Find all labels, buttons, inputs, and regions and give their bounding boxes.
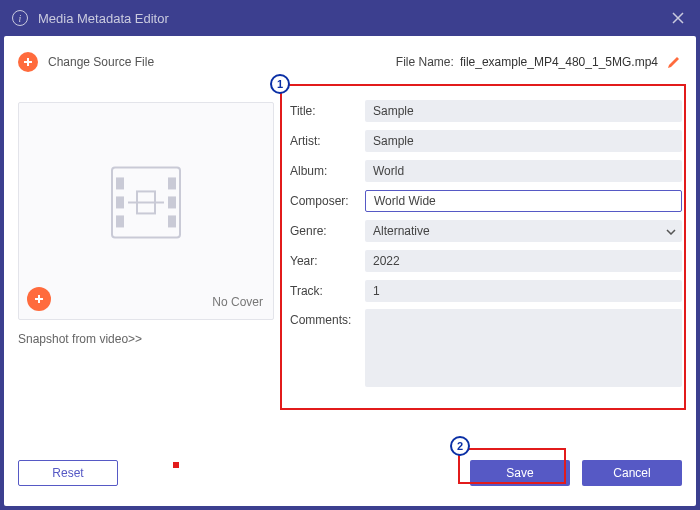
- video-placeholder-icon: [104, 163, 188, 245]
- track-label: Track:: [290, 284, 365, 298]
- filename-value: file_example_MP4_480_1_5MG.mp4: [460, 55, 658, 69]
- year-label: Year:: [290, 254, 365, 268]
- composer-input[interactable]: [365, 190, 682, 212]
- genre-label: Genre:: [290, 224, 365, 238]
- filename-label: File Name:: [396, 55, 454, 69]
- svg-rect-1: [116, 177, 124, 189]
- window-title: Media Metadata Editor: [38, 11, 668, 26]
- reset-button[interactable]: Reset: [18, 460, 118, 486]
- title-input[interactable]: [365, 100, 682, 122]
- comments-input[interactable]: [365, 309, 682, 387]
- svg-rect-4: [168, 177, 176, 189]
- svg-rect-3: [116, 215, 124, 227]
- artist-input[interactable]: [365, 130, 682, 152]
- svg-rect-2: [116, 196, 124, 208]
- comments-label: Comments:: [290, 309, 365, 387]
- cancel-button[interactable]: Cancel: [582, 460, 682, 486]
- composer-label: Composer:: [290, 194, 365, 208]
- callout-1: 1: [270, 74, 290, 94]
- edit-filename-icon[interactable]: [666, 54, 682, 70]
- close-button[interactable]: [668, 8, 688, 28]
- title-label: Title:: [290, 104, 365, 118]
- genre-select[interactable]: [365, 220, 682, 242]
- add-cover-button[interactable]: [27, 287, 51, 311]
- snapshot-link[interactable]: Snapshot from video>>: [18, 332, 274, 346]
- no-cover-label: No Cover: [212, 295, 263, 309]
- annotation-box-save: 2: [458, 448, 566, 484]
- change-source-label[interactable]: Change Source File: [48, 55, 154, 69]
- svg-rect-5: [168, 196, 176, 208]
- artist-label: Artist:: [290, 134, 365, 148]
- year-input[interactable]: [365, 250, 682, 272]
- info-icon: i: [12, 10, 28, 26]
- album-label: Album:: [290, 164, 365, 178]
- titlebar: i Media Metadata Editor: [0, 0, 700, 36]
- callout-2: 2: [450, 436, 470, 456]
- cover-preview: No Cover: [18, 102, 274, 320]
- album-input[interactable]: [365, 160, 682, 182]
- change-source-button[interactable]: [18, 52, 38, 72]
- track-input[interactable]: [365, 280, 682, 302]
- annotation-dot: [173, 462, 179, 468]
- svg-rect-6: [168, 215, 176, 227]
